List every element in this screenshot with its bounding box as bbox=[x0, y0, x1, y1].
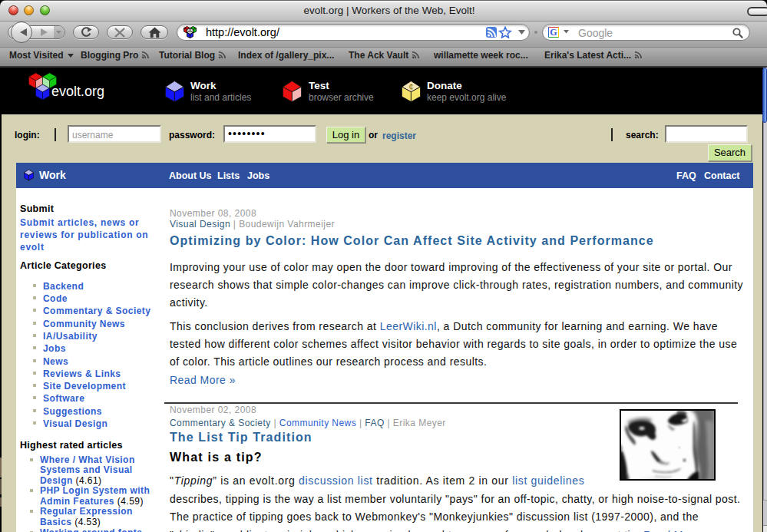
svg-text:¢: ¢ bbox=[408, 82, 413, 91]
svg-text:G: G bbox=[550, 27, 557, 38]
svg-text:evolt.org: evolt.org bbox=[51, 84, 104, 99]
